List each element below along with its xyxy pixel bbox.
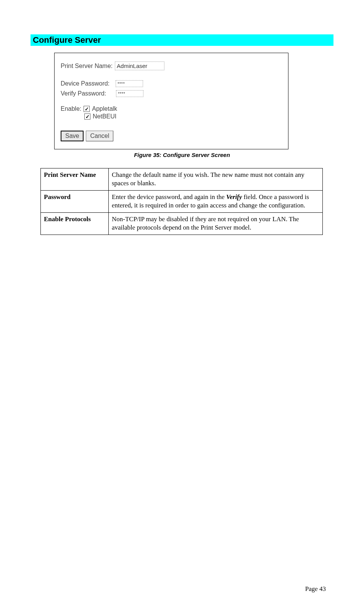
enable-appletalk-row: Enable: ✓ Appletalk bbox=[61, 105, 282, 112]
section-heading-bar: Configure Server bbox=[31, 34, 333, 46]
enable-label: Enable: bbox=[61, 105, 81, 112]
button-row: Save Cancel bbox=[61, 131, 282, 141]
print-server-name-label: Print Server Name: bbox=[61, 63, 113, 70]
row1-label: Print Server Name bbox=[41, 168, 109, 191]
appletalk-checkbox-label: Appletalk bbox=[92, 105, 117, 112]
save-button[interactable]: Save bbox=[61, 131, 84, 141]
device-password-label: Device Password: bbox=[61, 80, 110, 87]
row2-text: Enter the device password, and again in … bbox=[109, 190, 323, 212]
row2-label: Password bbox=[41, 190, 109, 212]
netbeui-checkbox[interactable]: ✓ bbox=[84, 113, 90, 120]
device-password-row: Device Password: bbox=[61, 80, 282, 87]
verify-password-row: Verify Password: bbox=[61, 90, 282, 97]
print-server-name-input[interactable] bbox=[115, 62, 164, 70]
verify-password-input[interactable] bbox=[116, 90, 143, 97]
section-heading-text: Configure Server bbox=[33, 35, 101, 45]
enable-protocols-block: Enable: ✓ Appletalk ✓ NetBEUI bbox=[61, 105, 282, 120]
table-row: Enable Protocols Non-TCP/IP may be disab… bbox=[41, 212, 323, 235]
verify-password-label: Verify Password: bbox=[61, 90, 106, 97]
description-table: Print Server Name Change the default nam… bbox=[40, 168, 323, 235]
row2-text-before: Enter the device password, and again in … bbox=[112, 193, 226, 201]
appletalk-checkbox[interactable]: ✓ bbox=[84, 106, 90, 112]
row2-verify-word: Verify bbox=[226, 193, 242, 201]
configure-server-screenshot: Print Server Name: Device Password: Veri… bbox=[54, 53, 288, 149]
page-number: Page 43 bbox=[305, 585, 326, 593]
figure-caption: Figure 35: Configure Server Screen bbox=[31, 152, 333, 158]
row1-text: Change the default name if you wish. The… bbox=[109, 168, 323, 191]
netbeui-checkbox-label: NetBEUI bbox=[93, 113, 116, 120]
row3-label: Enable Protocols bbox=[41, 212, 109, 235]
table-row: Password Enter the device password, and … bbox=[41, 190, 323, 212]
cancel-button[interactable]: Cancel bbox=[86, 131, 113, 141]
print-server-name-row: Print Server Name: bbox=[61, 62, 282, 70]
row3-text: Non-TCP/IP may be disabled if they are n… bbox=[109, 212, 323, 235]
enable-netbeui-row: ✓ NetBEUI bbox=[84, 113, 282, 120]
table-row: Print Server Name Change the default nam… bbox=[41, 168, 323, 191]
device-password-input[interactable] bbox=[116, 80, 143, 87]
